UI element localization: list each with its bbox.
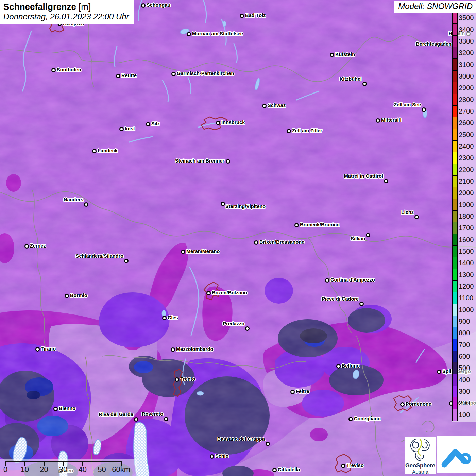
mountain-icon	[437, 436, 476, 473]
geosphere-contours-icon	[408, 438, 432, 461]
map-chrome: Schneefallgrenze [m] Donnerstag, 26.01.2…	[0, 0, 476, 476]
model-label: Modell: SNOWGRID	[394, 1, 476, 13]
mountain-logo	[437, 436, 476, 473]
geosphere-accent-stroke	[418, 439, 421, 455]
title-box: Schneefallgrenze [m] Donnerstag, 26.01.2…	[0, 0, 134, 24]
title-parameter: Schneefallgrenze	[3, 2, 76, 12]
geosphere-wordmark: GeoSphere	[405, 462, 436, 469]
page-title: Schneefallgrenze [m]	[3, 2, 129, 12]
geosphere-logo: GeoSphere Austria	[405, 437, 436, 474]
title-unit: [m]	[79, 2, 91, 12]
snowgrid-map-screenshot: BerchtesgadenHalleinSpilimbergoCodroipoI…	[0, 0, 476, 476]
geosphere-country: Austria	[405, 469, 436, 475]
valid-datetime: Donnerstag, 26.01.2023 22:00 Uhr	[3, 12, 129, 21]
